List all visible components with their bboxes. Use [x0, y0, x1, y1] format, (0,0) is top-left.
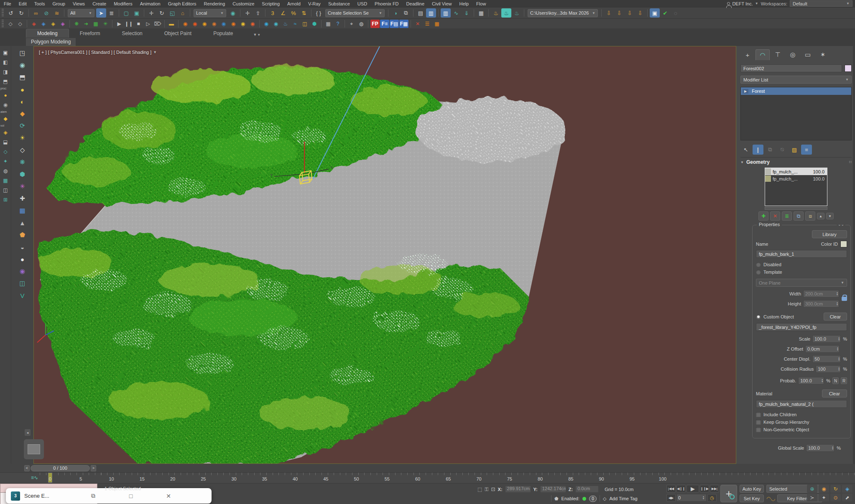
collision-radius-spinner[interactable]: 100▴▾ — [816, 365, 841, 373]
checkbox[interactable] — [756, 427, 761, 432]
shield-icon[interactable]: ⬟ — [554, 496, 559, 501]
remove-modifier-icon[interactable]: ⍉ — [777, 145, 788, 155]
use-pivot-center-icon[interactable]: ◉ — [228, 8, 238, 18]
material-editor-icon[interactable]: ▦ — [476, 8, 486, 18]
spinner-snap-icon[interactable]: ⇅ — [299, 8, 309, 18]
tool-icon[interactable]: ✳ — [17, 182, 28, 191]
roll-icon[interactable]: ↻ — [830, 485, 841, 493]
sim-stop-icon[interactable]: ■ — [134, 20, 143, 28]
forest-surface-icon[interactable]: ▦ — [91, 20, 100, 28]
railclone-grid-icon[interactable]: ▦ — [432, 20, 442, 28]
viewport-label[interactable]: [ + ] [ PhysCamera001 ] [ Standard ] [ D… — [39, 50, 157, 55]
menu-item[interactable]: Views — [69, 1, 89, 7]
forestpack-tool-badge[interactable]: F≡ — [380, 20, 389, 28]
display-tab[interactable]: ▭ — [801, 49, 815, 60]
menu-item[interactable]: Civil View — [428, 1, 455, 7]
sim-play-icon[interactable]: ▶ — [115, 20, 124, 28]
sim-pause-icon[interactable]: ❙❙ — [124, 20, 133, 28]
import-link-icon[interactable]: ⇩ — [625, 8, 635, 18]
next-key-button[interactable]: ❙❙▶ — [700, 485, 709, 493]
render-production-icon[interactable]: ♨ — [512, 8, 522, 18]
menu-item[interactable]: Deadline — [403, 1, 428, 7]
menu-item[interactable]: Modifiers — [110, 1, 136, 7]
phoenix-foam-icon[interactable]: ◈ — [58, 20, 67, 28]
library-button[interactable]: Library — [812, 230, 847, 238]
select-object-icon[interactable]: ➤ — [96, 8, 106, 18]
undo-icon[interactable]: ↺ — [6, 8, 16, 18]
viewport[interactable]: Y X [ + ] [ PhysCamera001 ] [ Standar — [33, 46, 736, 464]
show-end-result-icon[interactable]: ❙ — [753, 145, 763, 155]
maximize-viewport-icon[interactable]: ⬈ — [842, 494, 852, 501]
menu-item[interactable]: Edit — [15, 1, 31, 7]
utilities-tab[interactable]: ✶ — [816, 49, 830, 60]
menu-item[interactable]: Create — [89, 1, 110, 7]
copy-icon[interactable]: ⧉ — [74, 492, 112, 499]
display-tool-icon[interactable]: ◍ — [357, 20, 366, 28]
item-name-field[interactable]: fp_mulch_bark_1 — [756, 250, 847, 258]
menu-item[interactable]: File — [0, 1, 15, 7]
tank-preset-icon[interactable]: ⬢ — [310, 20, 319, 28]
safe-scene-icon[interactable]: ◌ — [671, 8, 681, 18]
go-to-end-button[interactable]: ▶▶| — [710, 485, 719, 493]
create-tab[interactable]: + — [740, 49, 755, 60]
wave-preset-icon[interactable]: ≈ — [291, 20, 300, 28]
panel-scrollbar[interactable] — [853, 46, 855, 464]
selection-lock-icon[interactable]: ⚿ — [485, 486, 488, 492]
copy-item-icon[interactable]: ⧉ — [794, 211, 804, 221]
frame-zero-button[interactable]: 0 — [589, 496, 597, 502]
motion-tab[interactable]: ◎ — [786, 49, 800, 60]
forest-scatter-icon[interactable]: ✳ — [101, 20, 110, 28]
ribbon-tab[interactable]: Freeform — [69, 29, 111, 38]
rail-layer-icon[interactable]: ◧ — [1, 58, 10, 66]
snaps-toggle-icon[interactable]: 3 — [268, 8, 278, 18]
tool-icon[interactable]: ◳ — [17, 48, 28, 58]
forestpack-badge[interactable]: FP — [370, 20, 380, 28]
selection-filter-dropdown[interactable]: All▼ — [68, 9, 94, 17]
named-selection-dropdown[interactable]: Create Selection Se▼ — [325, 9, 385, 17]
custom-object-field[interactable]: _forest_library_Y4D7POI_fp — [756, 323, 847, 331]
railclone-wrench-icon[interactable]: ✕ — [413, 20, 422, 28]
probability-n-button[interactable]: N — [832, 377, 839, 384]
angle-icon[interactable]: ≻ — [807, 494, 817, 501]
plugin-diamond-icon[interactable]: ◇ — [15, 20, 25, 28]
toolbox-icon[interactable]: ▦ — [324, 20, 333, 28]
phoenix-fire-icon[interactable]: ◈ — [29, 20, 38, 28]
custom-object-clear-button[interactable]: Clear — [824, 313, 847, 321]
track-bar[interactable]: ≡∿ 0510152025303540455055606570758085909… — [0, 472, 855, 483]
window-crossing-icon[interactable]: ▣ — [132, 8, 142, 18]
render-setup-icon[interactable]: ♨ — [491, 8, 501, 18]
forestpack-tool-badge[interactable]: F▤ — [390, 20, 399, 28]
fov-icon[interactable]: ◉ — [819, 485, 829, 493]
ribbon-tab[interactable]: Populate — [202, 29, 244, 38]
geometry-list-scrollbar[interactable] — [765, 207, 827, 210]
teapot-sim-icon[interactable]: ♨ — [281, 20, 290, 28]
select-place-icon[interactable]: ⌂ — [178, 8, 188, 18]
forestpack-tool-badge[interactable]: F▦ — [399, 20, 408, 28]
select-scale-icon[interactable]: ◱ — [167, 8, 177, 18]
coord-system-dropdown[interactable]: Local▼ — [194, 9, 226, 17]
ribbon-minimize-dropdown[interactable]: ▼ ▾ — [250, 32, 263, 38]
plane-type-dropdown[interactable]: One Plane ▼ — [756, 279, 847, 287]
make-unique-icon[interactable]: ⧉ — [765, 145, 776, 155]
menu-item[interactable]: Animation — [136, 1, 164, 7]
menu-item[interactable]: Graph Editors — [164, 1, 200, 7]
select-move-icon[interactable]: ✛ — [146, 8, 156, 18]
export-link-icon[interactable]: ⇩ — [635, 8, 645, 18]
close-icon[interactable]: ✕ — [150, 493, 187, 499]
ribbon-tab[interactable]: Modeling — [26, 29, 69, 38]
collapse-chevrons-icon[interactable]: ⌄⌄ — [837, 222, 845, 227]
rail-icon[interactable]: ⬓ — [1, 138, 10, 146]
expand-icon[interactable]: ▶ — [743, 89, 748, 94]
menu-item[interactable]: USD — [354, 1, 371, 7]
polygon-modeling-tab[interactable]: Polygon Modeling — [26, 38, 76, 46]
add-multiple-icon[interactable]: ≣ — [782, 211, 792, 221]
rendered-frame-icon[interactable]: ♨ — [501, 8, 511, 18]
template-radio[interactable] — [756, 270, 761, 275]
redo-icon[interactable]: ↻ — [16, 8, 26, 18]
rail-icon[interactable]: ✦ — [1, 157, 10, 165]
align-icon[interactable]: ⧉ — [401, 8, 411, 18]
layer-explorer-icon[interactable]: ▥ — [426, 8, 436, 18]
toolbar-grip[interactable] — [2, 9, 4, 17]
material-field[interactable]: fp_mulch_bark_natural_2 ( — [756, 400, 847, 408]
zoom-icon[interactable]: ⊕ — [807, 485, 817, 493]
